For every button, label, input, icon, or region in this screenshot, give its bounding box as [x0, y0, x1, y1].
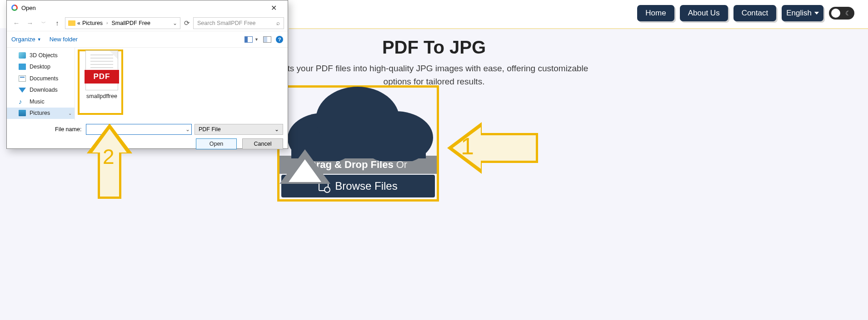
refresh-button[interactable]: ⟳ [182, 19, 191, 27]
document-icon [19, 75, 26, 82]
dialog-titlebar: Open ✕ [7, 0, 288, 15]
close-button[interactable]: ✕ [264, 0, 283, 15]
help-icon[interactable]: ? [276, 36, 283, 43]
up-button[interactable]: ↑ [51, 17, 63, 29]
pdf-thumbnail: PDF [85, 50, 118, 90]
upload-arrow-icon [279, 149, 330, 184]
chevron-down-icon: ⌄ [68, 111, 72, 116]
back-button[interactable]: ← [10, 17, 22, 29]
download-icon [19, 88, 26, 93]
cancel-button[interactable]: Cancel [242, 138, 283, 149]
dark-mode-toggle[interactable]: ☾ [829, 7, 854, 20]
language-selector[interactable]: English [782, 5, 823, 21]
organize-menu[interactable]: Organize▼ [11, 36, 41, 43]
chevron-down-icon: ⌄ [274, 126, 279, 133]
moon-icon: ☾ [845, 10, 851, 17]
toolbar-row: Organize▼ New folder ▼ ? [7, 31, 288, 48]
new-folder-button[interactable]: New folder [50, 36, 78, 43]
music-icon: ♪ [19, 98, 26, 105]
chevron-down-icon[interactable]: ⌄ [173, 20, 177, 26]
preview-pane-button[interactable] [263, 36, 271, 43]
search-icon: ⌕ [276, 20, 280, 26]
path-breadcrumb[interactable]: « Pictures › SmallPDF Free ⌄ [65, 17, 180, 29]
tree-3d-objects[interactable]: 3D Objects [7, 49, 75, 61]
file-label: smallpdffree [80, 93, 124, 99]
search-input[interactable]: Search SmallPDF Free ⌕ [193, 17, 284, 29]
view-menu[interactable]: ▼ [244, 36, 259, 43]
annotation-arrow-2: 2 [85, 123, 134, 201]
tree-pictures[interactable]: Pictures⌄ [7, 108, 75, 119]
dialog-title: Open [21, 5, 36, 11]
tree-documents[interactable]: Documents [7, 73, 75, 84]
cube-icon [19, 52, 26, 59]
tree-music[interactable]: ♪Music [7, 96, 75, 108]
annotation-arrow-1: 1 [447, 121, 543, 175]
recent-button[interactable]: ﹀ [38, 17, 50, 29]
pictures-icon [19, 110, 26, 116]
file-item-smallpdffree[interactable]: PDF smallpdffree [80, 50, 124, 99]
folder-icon [68, 20, 75, 26]
tree-desktop[interactable]: Desktop [7, 61, 75, 73]
view-icon [244, 36, 253, 43]
nav-home-button[interactable]: Home [637, 5, 674, 21]
address-bar-row: ← → ﹀ ↑ « Pictures › SmallPDF Free ⌄ ⟳ S… [7, 15, 288, 31]
chevron-down-icon [814, 12, 819, 15]
nav-about-button[interactable]: About Us [680, 5, 728, 21]
open-button[interactable]: Open [196, 138, 237, 149]
filename-row: File name: ⌄ PDF File ⌄ [7, 120, 288, 135]
chrome-icon [11, 5, 18, 11]
tree-downloads[interactable]: Downloads [7, 84, 75, 96]
pdf-badge: PDF [85, 70, 119, 84]
language-label: English [786, 9, 812, 18]
desktop-icon [19, 64, 26, 70]
file-open-dialog: Open ✕ ← → ﹀ ↑ « Pictures › SmallPDF Fre… [6, 0, 288, 149]
dropzone[interactable]: Drag & Drop Files Or Browse Files [277, 85, 439, 202]
forward-button[interactable]: → [24, 17, 36, 29]
folder-tree: 3D Objects Desktop Documents Downloads ♪… [7, 48, 75, 120]
file-list[interactable]: PDF smallpdffree [75, 48, 288, 120]
nav-contact-button[interactable]: Contact [733, 5, 777, 21]
file-type-select[interactable]: PDF File ⌄ [195, 124, 283, 135]
filename-label: File name: [55, 126, 81, 133]
toggle-knob [830, 8, 841, 19]
